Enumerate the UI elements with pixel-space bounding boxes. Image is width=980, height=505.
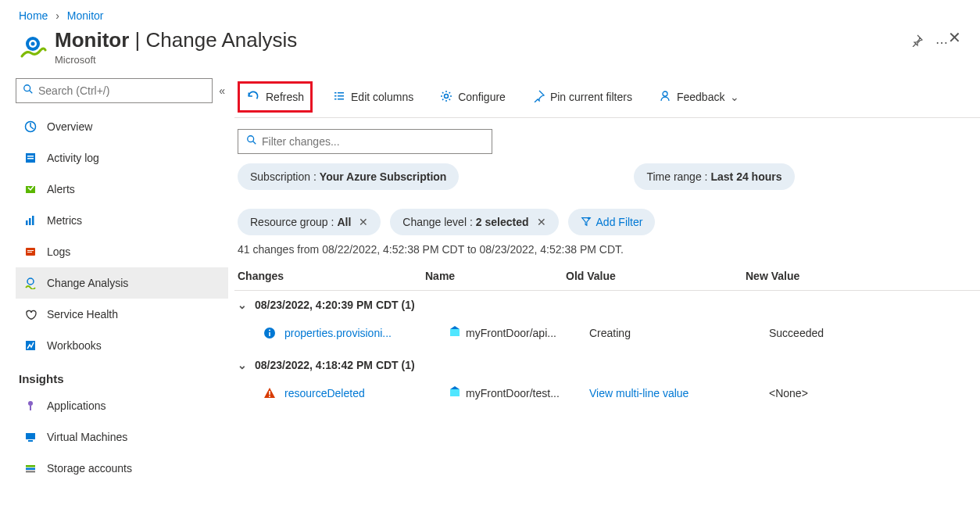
warning-icon [261, 387, 278, 399]
svg-point-16 [27, 278, 34, 285]
more-icon[interactable]: ⋯ [935, 35, 948, 50]
svg-point-3 [24, 85, 30, 91]
svg-rect-7 [27, 156, 34, 157]
resource-name: myFrontDoor/test... [466, 387, 560, 399]
sidebar-group-insights: Insights [16, 361, 228, 390]
configure-button[interactable]: Configure [434, 83, 512, 111]
old-value-link[interactable]: View multi-line value [589, 387, 689, 399]
edit-columns-button[interactable]: Edit columns [327, 83, 420, 111]
svg-rect-12 [32, 216, 34, 225]
resource-icon [449, 385, 461, 400]
main-content: Refresh Edit columns Configure Pin curre… [234, 78, 980, 484]
sidebar-label: Workbooks [47, 339, 102, 352]
search-icon [23, 84, 34, 98]
pill-value: Last 24 hours [710, 170, 781, 183]
close-icon[interactable]: ✕ [359, 216, 368, 228]
pill-value: All [337, 216, 351, 228]
sidebar: « Overview Activity log Alerts Metrics L… [0, 78, 234, 484]
refresh-button[interactable]: Refresh [238, 81, 313, 113]
sidebar-item-workbooks[interactable]: Workbooks [16, 330, 228, 361]
sidebar-item-activity-log[interactable]: Activity log [16, 142, 228, 174]
svg-point-37 [269, 329, 270, 331]
table-row[interactable]: properties.provisioni... myFrontDoor/api… [234, 319, 980, 351]
storage-icon [23, 461, 38, 475]
svg-rect-20 [26, 433, 35, 439]
chevron-down-icon: ⌄ [730, 91, 739, 103]
sidebar-label: Storage accounts [47, 462, 132, 475]
svg-rect-14 [27, 250, 34, 251]
sidebar-label: Virtual Machines [47, 431, 127, 443]
summary-text: 41 changes from 08/22/2022, 4:52:38 PM C… [238, 243, 977, 256]
sidebar-item-metrics[interactable]: Metrics [16, 205, 228, 236]
svg-rect-15 [27, 252, 32, 252]
sidebar-search-input[interactable] [38, 84, 206, 97]
svg-marker-44 [450, 386, 460, 389]
change-link[interactable]: properties.provisioni... [284, 327, 392, 339]
sidebar-search[interactable] [16, 78, 213, 103]
col-old[interactable]: Old Value [566, 270, 746, 282]
table-row[interactable]: resourceDeleted myFrontDoor/test... View… [234, 379, 980, 411]
close-icon[interactable]: ✕ [537, 216, 546, 228]
add-filter-button[interactable]: Add Filter [568, 209, 656, 235]
svg-marker-39 [450, 326, 460, 329]
svg-rect-8 [27, 158, 34, 159]
change-link[interactable]: resourceDeleted [284, 387, 365, 399]
group-row[interactable]: ⌄ 08/23/2022, 4:20:39 PM CDT (1) [234, 291, 980, 319]
pill-resource-group[interactable]: Resource group : All ✕ [238, 209, 381, 235]
columns-icon [333, 90, 345, 105]
sidebar-item-change-analysis[interactable]: Change Analysis [16, 267, 228, 299]
svg-rect-28 [338, 95, 344, 97]
pill-label: Subscription : [250, 170, 317, 183]
filter-changes-input[interactable] [238, 129, 492, 154]
vm-icon [23, 430, 38, 444]
feedback-button[interactable]: Feedback ⌄ [653, 83, 746, 111]
col-changes[interactable]: Changes [238, 270, 425, 282]
svg-rect-41 [269, 391, 270, 395]
pill-subscription[interactable]: Subscription : Your Azure Subscription [238, 163, 459, 190]
svg-point-2 [31, 42, 35, 46]
collapse-sidebar-icon[interactable]: « [219, 84, 228, 97]
svg-point-18 [28, 401, 33, 406]
sidebar-item-logs[interactable]: Logs [16, 236, 228, 267]
svg-rect-19 [30, 406, 31, 410]
info-icon [261, 327, 278, 339]
sidebar-item-storage-accounts[interactable]: Storage accounts [16, 453, 228, 484]
sidebar-item-overview[interactable]: Overview [16, 111, 228, 142]
sidebar-label: Alerts [47, 183, 75, 195]
sidebar-item-alerts[interactable]: Alerts [16, 174, 228, 205]
search-icon [246, 134, 257, 149]
svg-rect-27 [334, 95, 337, 97]
changes-table: Changes Name Old Value New Value ⌄ 08/23… [234, 262, 980, 411]
svg-point-33 [248, 136, 254, 142]
sidebar-item-virtual-machines[interactable]: Virtual Machines [16, 421, 228, 453]
pin-filters-button[interactable]: Pin current filters [526, 83, 638, 111]
group-label: 08/23/2022, 4:18:42 PM CDT (1) [255, 359, 415, 371]
pill-change-level[interactable]: Change level : 2 selected ✕ [390, 209, 558, 235]
breadcrumb: Home › Monitor [0, 0, 980, 25]
sidebar-label: Service Health [47, 308, 118, 321]
breadcrumb-monitor[interactable]: Monitor [67, 9, 104, 22]
chevron-right-icon: › [55, 9, 59, 22]
sidebar-item-applications[interactable]: Applications [16, 390, 228, 421]
page-title: Monitor | Change Analysis [55, 28, 910, 52]
svg-rect-36 [269, 332, 270, 336]
sidebar-label: Overview [47, 120, 92, 133]
close-icon[interactable]: ✕ [948, 28, 961, 47]
sidebar-item-service-health[interactable]: Service Health [16, 299, 228, 330]
pill-time-range[interactable]: Time range : Last 24 hours [634, 163, 794, 190]
add-filter-icon [581, 216, 592, 229]
filter-changes-field[interactable] [262, 135, 484, 148]
feedback-label: Feedback [677, 91, 724, 103]
svg-rect-43 [450, 389, 460, 396]
activity-log-icon [23, 151, 38, 165]
pill-value: 2 selected [476, 216, 529, 228]
col-name[interactable]: Name [425, 270, 566, 282]
breadcrumb-home[interactable]: Home [19, 9, 48, 22]
col-new[interactable]: New Value [746, 270, 977, 282]
svg-rect-26 [338, 92, 344, 94]
pill-label: Change level : [402, 216, 473, 228]
group-row[interactable]: ⌄ 08/23/2022, 4:18:42 PM CDT (1) [234, 351, 980, 379]
pin-icon[interactable] [910, 34, 923, 50]
svg-rect-25 [334, 92, 337, 94]
svg-line-34 [253, 141, 256, 145]
